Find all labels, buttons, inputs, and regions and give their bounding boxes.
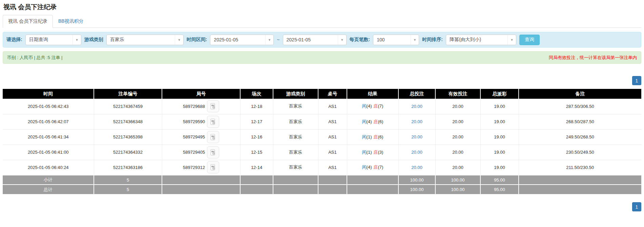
summary-bar: 币别 : 人民币 | 总共 :5 注单 | 同局有效投注，统一计算在该局第一张注… xyxy=(3,51,641,64)
total-bet-link[interactable]: 20.00 xyxy=(411,119,422,124)
result-player: 闲 xyxy=(362,134,367,139)
chevron-down-icon: ▾ xyxy=(72,35,81,45)
cell-payout: 19.00 xyxy=(480,129,519,145)
col-result: 结果 xyxy=(347,89,398,99)
query-type-value: 日期查询 xyxy=(26,37,51,43)
video-replay-icon[interactable] xyxy=(207,100,219,112)
cell-table-no: AS1 xyxy=(318,160,347,175)
grand-total-count: 5 xyxy=(94,185,162,194)
grand-total-payout: 95.00 xyxy=(480,185,519,194)
total-bet-link[interactable]: 20.00 xyxy=(411,104,422,109)
cell-session: 12-14 xyxy=(240,160,273,175)
col-payout: 总派彩 xyxy=(480,89,519,99)
page-button-1[interactable]: 1 xyxy=(632,202,641,211)
cell-time: 2025-01-05 06:40:24 xyxy=(3,160,94,175)
cell-time: 2025-01-05 06:42:43 xyxy=(3,99,94,114)
col-time: 时间 xyxy=(3,89,94,99)
tab-bb-video-points[interactable]: BB视讯积分 xyxy=(53,15,89,28)
cell-total-bet: 20.00 xyxy=(398,145,435,160)
query-button[interactable]: 查询 xyxy=(519,35,540,45)
video-replay-icon[interactable] xyxy=(207,146,219,158)
cell-bet-id: 522174367459 xyxy=(94,99,162,114)
cell-game: 百家乐 xyxy=(273,99,318,114)
subtotal-total-bet: 100.00 xyxy=(398,175,435,185)
chevron-down-icon: ▾ xyxy=(175,35,183,45)
cell-round: 589729312 xyxy=(162,160,240,175)
round-number: 589729405 xyxy=(183,150,205,155)
page-root: 视讯 会员下注纪录 视讯 会员下注纪录 BB视讯积分 请选择: 日期查询 ▾ 游… xyxy=(0,0,644,211)
pagination-bottom: 1 xyxy=(3,202,641,211)
result-player: 闲 xyxy=(362,119,367,124)
cell-remark: 287.50/306.50 xyxy=(519,99,641,114)
cell-round: 589729688 xyxy=(162,99,240,114)
cell-table-no: AS1 xyxy=(318,114,347,129)
total-bet-link[interactable]: 20.00 xyxy=(411,150,422,155)
round-number: 589729590 xyxy=(183,119,205,124)
video-replay-icon[interactable] xyxy=(207,131,219,143)
result-banker: 庄 xyxy=(374,165,378,170)
date-to-value: 2025-01-05 xyxy=(283,37,314,42)
cell-game: 百家乐 xyxy=(273,129,318,145)
result-player-score: (4) xyxy=(367,165,372,170)
query-type-select[interactable]: 日期查询 ▾ xyxy=(25,35,81,45)
cell-payout: 19.00 xyxy=(480,160,519,175)
subtotal-count: 5 xyxy=(94,175,162,185)
result-banker-score: (3) xyxy=(378,150,383,155)
result-player: 闲 xyxy=(362,165,367,170)
table-row: 2025-01-05 06:42:07 522174366348 5897295… xyxy=(3,114,641,129)
tab-member-bet-records[interactable]: 视讯 会员下注纪录 xyxy=(3,15,53,28)
cell-result: 闲(1)庄(3) xyxy=(347,145,398,160)
total-bet-link[interactable]: 20.00 xyxy=(411,134,422,139)
result-banker-score: (7) xyxy=(378,165,383,170)
cell-total-bet: 20.00 xyxy=(398,99,435,114)
cell-table-no: AS1 xyxy=(318,129,347,145)
cell-payout: 19.00 xyxy=(480,145,519,160)
game-type-label: 游戏类别 xyxy=(84,37,103,43)
query-type-label: 请选择: xyxy=(6,37,22,43)
filter-bar: 请选择: 日期查询 ▾ 游戏类别 百家乐 ▾ 时间区间: 2025-01-05 … xyxy=(3,32,641,48)
time-sort-label: 时间排序: xyxy=(422,37,443,43)
table-row: 2025-01-05 06:41:34 522174365398 5897294… xyxy=(3,129,641,145)
per-page-label: 每页笔数: xyxy=(350,37,370,43)
subtotal-payout: 95.00 xyxy=(480,175,519,185)
cell-table-no: AS1 xyxy=(318,99,347,114)
total-bet-link[interactable]: 20.00 xyxy=(411,165,422,170)
time-sort-select[interactable]: 降冪(由大到小) ▾ xyxy=(446,35,516,45)
result-player: 闲 xyxy=(362,150,367,155)
result-banker: 庄 xyxy=(374,119,378,124)
video-replay-icon[interactable] xyxy=(207,161,219,173)
cell-valid-bet: 20.00 xyxy=(435,114,480,129)
date-from-select[interactable]: 2025-01-05 ▾ xyxy=(210,35,274,45)
per-page-select[interactable]: 100 ▾ xyxy=(373,35,419,45)
tab-bar: 视讯 会员下注纪录 BB视讯积分 xyxy=(3,15,641,28)
cell-game: 百家乐 xyxy=(273,114,318,129)
cell-bet-id: 522174364332 xyxy=(94,145,162,160)
cell-session: 12-15 xyxy=(240,145,273,160)
cell-session: 12-18 xyxy=(240,99,273,114)
cell-valid-bet: 20.00 xyxy=(435,129,480,145)
per-page-value: 100 xyxy=(373,37,388,42)
col-round: 局号 xyxy=(162,89,240,99)
range-separator: ~ xyxy=(277,37,279,42)
page-title: 视讯 会员下注纪录 xyxy=(3,2,641,15)
cell-game: 百家乐 xyxy=(273,145,318,160)
date-to-select[interactable]: 2025-01-05 ▾ xyxy=(283,35,347,45)
same-round-notice: 同局有效投注，统一计算在该局第一张注单内 xyxy=(549,55,637,61)
result-banker: 庄 xyxy=(374,150,378,155)
cell-session: 12-17 xyxy=(240,114,273,129)
result-banker-score: (7) xyxy=(378,103,383,109)
cell-round: 589729590 xyxy=(162,114,240,129)
video-replay-icon[interactable] xyxy=(207,116,219,128)
page-button-1[interactable]: 1 xyxy=(632,76,641,85)
grand-total-total-bet: 100.00 xyxy=(398,185,435,194)
cell-total-bet: 20.00 xyxy=(398,114,435,129)
game-type-select[interactable]: 百家乐 ▾ xyxy=(106,35,184,45)
cell-game: 百家乐 xyxy=(273,160,318,175)
col-valid-bet: 有效投注 xyxy=(435,89,480,99)
col-table-no: 桌号 xyxy=(318,89,347,99)
col-total-bet: 总投注 xyxy=(398,89,435,99)
subtotal-row: 小计 5 100.00 100.00 95.00 xyxy=(3,175,641,185)
chevron-down-icon: ▾ xyxy=(265,35,274,45)
cell-time: 2025-01-05 06:41:00 xyxy=(3,145,94,160)
cell-total-bet: 20.00 xyxy=(398,160,435,175)
